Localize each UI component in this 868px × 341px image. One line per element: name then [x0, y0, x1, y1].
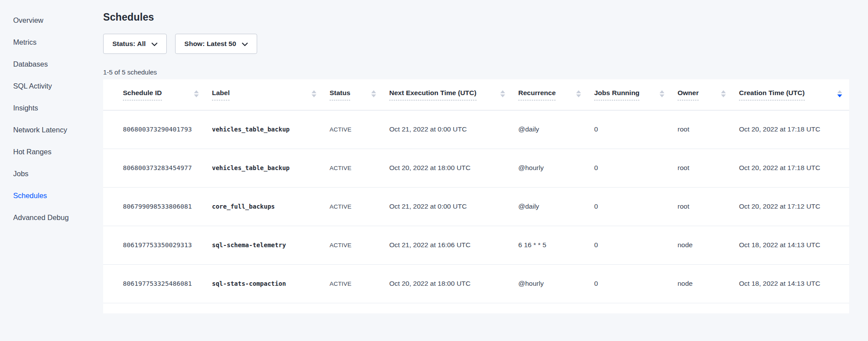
- sidebar-item-jobs[interactable]: Jobs: [0, 163, 103, 185]
- cell-owner: root: [678, 110, 739, 149]
- cell-label: core_full_backups: [212, 187, 330, 226]
- main-content: Schedules Status: All Show: Latest 50 1-…: [103, 0, 849, 341]
- sidebar-item-schedules[interactable]: Schedules: [0, 185, 103, 206]
- show-filter-dropdown[interactable]: Show: Latest 50: [175, 34, 257, 54]
- schedules-table-card: Schedule IDLabelStatusNext Execution Tim…: [103, 79, 849, 313]
- column-header-label: Next Execution Time (UTC): [389, 89, 477, 100]
- cell-status: ACTIVE: [330, 187, 389, 226]
- schedules-page: OverviewMetricsDatabasesSQL ActivityInsi…: [0, 0, 868, 341]
- filter-bar: Status: All Show: Latest 50: [103, 34, 849, 54]
- cell-creation-time: Oct 20, 2022 at 17:18 UTC: [739, 110, 849, 149]
- sort-arrows-icon[interactable]: [837, 90, 842, 99]
- cell-jobs-running: 0: [594, 226, 678, 264]
- sort-arrows-icon[interactable]: [721, 90, 726, 99]
- column-header-label: Schedule ID: [123, 89, 162, 100]
- column-header-label[interactable]: Label: [212, 79, 330, 110]
- cell-jobs-running: 0: [594, 187, 678, 226]
- cell-jobs-running: 0: [594, 110, 678, 149]
- show-filter-label: Show: Latest 50: [184, 40, 236, 48]
- column-header-owner[interactable]: Owner: [678, 79, 739, 110]
- cell-creation-time: Oct 18, 2022 at 14:13 UTC: [739, 264, 849, 303]
- cell-next-execution: Oct 21, 2022 at 0:00 UTC: [389, 187, 518, 226]
- column-header-label: Creation Time (UTC): [739, 89, 805, 100]
- cell-next-execution: Oct 20, 2022 at 18:00 UTC: [389, 149, 518, 187]
- cell-schedule-id: 806197753325486081: [103, 264, 212, 303]
- cell-schedule-id: 806799098533806081: [103, 187, 212, 226]
- column-header-label: Label: [212, 89, 230, 100]
- sidebar-item-sql-activity[interactable]: SQL Activity: [0, 75, 103, 97]
- cell-label: vehicles_table_backup: [212, 149, 330, 187]
- sidebar-item-advanced-debug[interactable]: Advanced Debug: [0, 206, 103, 228]
- cell-jobs-running: 0: [594, 149, 678, 187]
- cell-schedule-id: 806800373283454977: [103, 149, 212, 187]
- cell-status: ACTIVE: [330, 264, 389, 303]
- cell-recurrence: 6 16 * * 5: [518, 226, 594, 264]
- column-header-label: Recurrence: [518, 89, 556, 100]
- table-row: 806799098533806081core_full_backupsACTIV…: [103, 187, 849, 226]
- cell-recurrence: @daily: [518, 187, 594, 226]
- table-row: 806800373290401793vehicles_table_backupA…: [103, 110, 849, 149]
- table-body: 806800373290401793vehicles_table_backupA…: [103, 110, 849, 303]
- cell-status: ACTIVE: [330, 110, 389, 149]
- cell-schedule-id: 806800373290401793: [103, 110, 212, 149]
- cell-recurrence: @daily: [518, 110, 594, 149]
- cell-schedule-id: 806197753350029313: [103, 226, 212, 264]
- sidebar-item-network-latency[interactable]: Network Latency: [0, 119, 103, 141]
- cell-creation-time: Oct 20, 2022 at 17:12 UTC: [739, 187, 849, 226]
- chevron-down-icon: [242, 40, 248, 48]
- column-header-label: Owner: [678, 89, 699, 100]
- sidebar-item-hot-ranges[interactable]: Hot Ranges: [0, 141, 103, 163]
- cell-owner: node: [678, 226, 739, 264]
- sidebar-item-insights[interactable]: Insights: [0, 97, 103, 119]
- sidebar-item-metrics[interactable]: Metrics: [0, 31, 103, 53]
- cell-creation-time: Oct 18, 2022 at 14:13 UTC: [739, 226, 849, 264]
- results-count: 1-5 of 5 schedules: [103, 68, 849, 76]
- cell-label: sql-schema-telemetry: [212, 226, 330, 264]
- schedules-table: Schedule IDLabelStatusNext Execution Tim…: [103, 79, 849, 303]
- table-row: 806197753325486081sql-stats-compactionAC…: [103, 264, 849, 303]
- cell-status: ACTIVE: [330, 226, 389, 264]
- page-title: Schedules: [103, 11, 849, 23]
- column-header-recurrence[interactable]: Recurrence: [518, 79, 594, 110]
- cell-recurrence: @hourly: [518, 264, 594, 303]
- column-header-label: Jobs Running: [594, 89, 639, 100]
- cell-next-execution: Oct 21, 2022 at 16:06 UTC: [389, 226, 518, 264]
- cell-creation-time: Oct 20, 2022 at 17:18 UTC: [739, 149, 849, 187]
- cell-next-execution: Oct 21, 2022 at 0:00 UTC: [389, 110, 518, 149]
- sort-arrows-icon[interactable]: [576, 90, 581, 99]
- column-header-label: Status: [330, 89, 350, 100]
- sort-arrows-icon[interactable]: [371, 90, 376, 99]
- cell-owner: root: [678, 187, 739, 226]
- chevron-down-icon: [151, 40, 158, 48]
- sidebar-item-databases[interactable]: Databases: [0, 53, 103, 75]
- table-header-row: Schedule IDLabelStatusNext Execution Tim…: [103, 79, 849, 110]
- column-header-next-execution-time-utc[interactable]: Next Execution Time (UTC): [389, 79, 518, 110]
- column-header-jobs-running[interactable]: Jobs Running: [594, 79, 678, 110]
- sort-arrows-icon[interactable]: [500, 90, 505, 99]
- cell-status: ACTIVE: [330, 149, 389, 187]
- cell-owner: root: [678, 149, 739, 187]
- sidebar-nav: OverviewMetricsDatabasesSQL ActivityInsi…: [0, 0, 103, 341]
- cell-label: sql-stats-compaction: [212, 264, 330, 303]
- table-row: 806197753350029313sql-schema-telemetryAC…: [103, 226, 849, 264]
- sort-arrows-icon[interactable]: [312, 90, 316, 99]
- cell-recurrence: @hourly: [518, 149, 594, 187]
- sort-arrows-icon[interactable]: [660, 90, 664, 99]
- table-row: 806800373283454977vehicles_table_backupA…: [103, 149, 849, 187]
- cell-next-execution: Oct 20, 2022 at 18:00 UTC: [389, 264, 518, 303]
- cell-label: vehicles_table_backup: [212, 110, 330, 149]
- cell-jobs-running: 0: [594, 264, 678, 303]
- sidebar-item-overview[interactable]: Overview: [0, 9, 103, 31]
- column-header-status[interactable]: Status: [330, 79, 389, 110]
- status-filter-label: Status: All: [112, 40, 146, 48]
- sort-arrows-icon[interactable]: [194, 90, 199, 99]
- status-filter-dropdown[interactable]: Status: All: [103, 34, 167, 54]
- column-header-creation-time-utc[interactable]: Creation Time (UTC): [739, 79, 849, 110]
- cell-owner: node: [678, 264, 739, 303]
- column-header-schedule-id[interactable]: Schedule ID: [103, 79, 212, 110]
